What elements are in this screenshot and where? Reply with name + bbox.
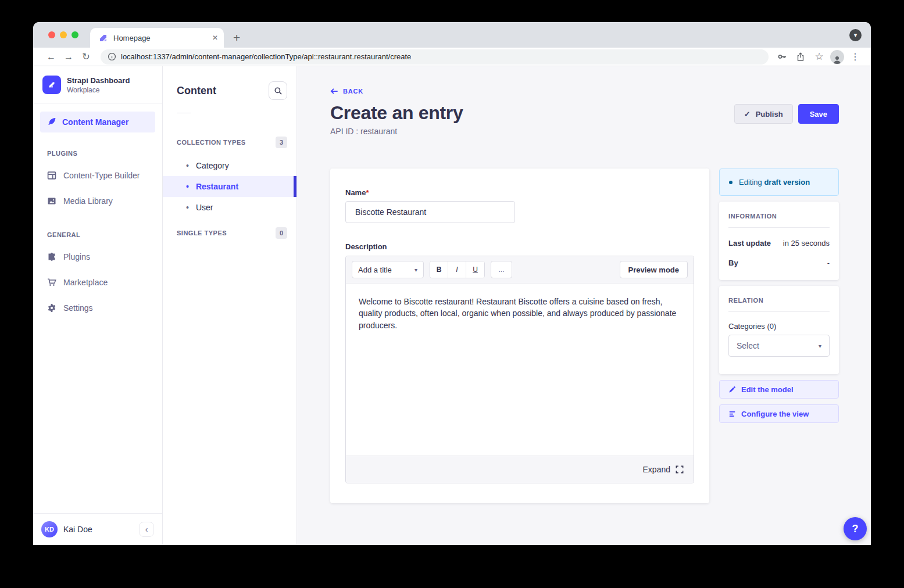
sidebar-item-label: Content Manager [62, 117, 128, 127]
single-types-header[interactable]: SINGLE TYPES 0 [163, 227, 296, 239]
expand-icon[interactable] [676, 465, 684, 474]
layout-builder-icon [47, 171, 56, 180]
status-dot-icon [729, 181, 733, 184]
name-input[interactable] [345, 201, 515, 223]
api-id-subtitle: API ID : restaurant [330, 127, 839, 136]
strapi-logo-icon [42, 76, 61, 94]
info-icon[interactable] [108, 52, 116, 61]
new-tab-button[interactable]: + [233, 31, 240, 45]
section-title: GENERAL [33, 231, 162, 238]
content-panel: Content COLLECTION TYPES 3 • Category • … [163, 66, 297, 545]
chevron-down-icon: ▾ [819, 343, 821, 349]
editor-footer: Expand [346, 456, 694, 483]
by-label: By [728, 259, 738, 267]
save-button[interactable]: Save [798, 104, 839, 124]
zoom-window-button[interactable] [72, 31, 78, 38]
rich-text-editor: Add a title ▾ B I U ... Preview mode W [345, 256, 694, 483]
draft-status-text: Editing draft version [739, 178, 810, 187]
bold-button[interactable]: B [430, 261, 448, 278]
browser-window: Homepage ✕ + ▾ ← → ↻ localhost:1337/admi… [33, 22, 871, 545]
collapse-sidebar-button[interactable]: ‹ [139, 522, 154, 537]
collection-type-label: User [196, 203, 213, 212]
minimize-window-button[interactable] [60, 31, 67, 38]
reload-icon[interactable]: ↻ [77, 51, 95, 62]
sidebar-item-content-manager[interactable]: Content Manager [40, 112, 155, 132]
browser-forward-icon[interactable]: → [60, 52, 77, 62]
more-formats-button[interactable]: ... [491, 261, 512, 278]
close-window-button[interactable] [48, 31, 55, 38]
divider [33, 103, 162, 103]
divider [728, 227, 830, 228]
editor-toolbar: Add a title ▾ B I U ... Preview mode [346, 256, 694, 284]
active-indicator [294, 176, 296, 197]
format-button-group: B I U [430, 261, 485, 278]
sidebar-section-general: GENERAL Plugins Marketplace [33, 231, 162, 321]
collection-types-count-badge: 3 [276, 137, 287, 148]
browser-back-icon[interactable]: ← [42, 52, 60, 62]
divider [177, 113, 191, 113]
puzzle-icon [47, 252, 56, 261]
password-key-icon[interactable] [774, 49, 789, 64]
collection-type-category[interactable]: • Category [163, 155, 296, 176]
close-tab-icon[interactable]: ✕ [212, 34, 218, 42]
title-style-select[interactable]: Add a title ▾ [352, 261, 424, 278]
italic-button[interactable]: I [448, 261, 466, 278]
required-asterisk: * [366, 188, 369, 197]
browser-profile-avatar[interactable] [830, 50, 844, 64]
share-icon[interactable] [793, 49, 808, 64]
publish-label: Publish [756, 110, 783, 119]
information-title: INFORMATION [728, 213, 830, 220]
url-field[interactable]: localhost:1337/admin/content-manager/col… [101, 49, 769, 64]
collection-type-restaurant[interactable]: • Restaurant [163, 176, 296, 197]
sidebar-item-content-type-builder[interactable]: Content-Type Builder [33, 163, 162, 188]
sidebar-item-label: Plugins [63, 252, 90, 261]
arrow-left-icon [330, 87, 338, 95]
collection-types-header[interactable]: COLLECTION TYPES 3 [163, 137, 296, 148]
save-label: Save [810, 110, 827, 119]
bullet-icon: • [186, 161, 189, 170]
name-label-text: Name [345, 188, 366, 197]
underline-button[interactable]: U [466, 261, 484, 278]
sidebar-item-media-library[interactable]: Media Library [33, 188, 162, 214]
last-update-label: Last update [728, 239, 771, 248]
draft-status-banner: Editing draft version [719, 168, 839, 196]
header-actions: ✓ Publish Save [734, 104, 839, 124]
content-panel-title: Content [177, 85, 216, 97]
workspace-name: Workplace [67, 86, 130, 94]
description-textarea[interactable]: Welcome to Biscotte restaurant! Restaura… [346, 284, 694, 456]
bookmark-star-icon[interactable]: ☆ [812, 49, 827, 64]
main-sidebar: Strapi Dashboard Workplace Content Manag… [33, 66, 163, 545]
last-update-value: in 25 seconds [783, 239, 830, 248]
search-button[interactable] [269, 81, 287, 100]
sidebar-item-settings[interactable]: Settings [33, 295, 162, 321]
back-link[interactable]: BACK [330, 87, 839, 95]
collection-type-user[interactable]: • User [163, 197, 296, 218]
favicon-strapi-icon [98, 33, 108, 42]
collection-type-label: Category [196, 161, 229, 170]
workspace-header[interactable]: Strapi Dashboard Workplace [33, 66, 162, 103]
browser-actions: ☆ ⋮ [774, 49, 863, 64]
strapi-app: Strapi Dashboard Workplace Content Manag… [33, 66, 871, 545]
help-button[interactable]: ? [844, 517, 867, 540]
collection-type-label: Restaurant [196, 182, 238, 191]
browser-tab[interactable]: Homepage ✕ [90, 28, 224, 48]
browser-menu-icon[interactable]: ⋮ [848, 49, 863, 64]
preview-mode-button[interactable]: Preview mode [620, 261, 688, 278]
publish-button[interactable]: ✓ Publish [734, 104, 793, 124]
configure-view-label: Configure the view [741, 410, 809, 418]
name-field-label: Name* [345, 188, 694, 197]
entry-form-card: Name* Description Add a title ▾ B [330, 168, 709, 503]
browser-update-icon[interactable]: ▾ [849, 29, 862, 41]
expand-label[interactable]: Expand [643, 465, 670, 474]
pencil-icon [728, 386, 736, 393]
sidebar-item-plugins[interactable]: Plugins [33, 244, 162, 270]
user-footer: KD Kai Doe ‹ [33, 513, 162, 545]
collection-types-list: • Category • Restaurant • User [163, 155, 296, 218]
configure-view-button[interactable]: Configure the view [719, 404, 839, 423]
categories-select[interactable]: Select ▾ [728, 335, 830, 357]
url-text: localhost:1337/admin/content-manager/col… [121, 52, 411, 61]
relation-title: RELATION [728, 297, 830, 304]
edit-model-button[interactable]: Edit the model [719, 380, 839, 399]
sidebar-item-marketplace[interactable]: Marketplace [33, 270, 162, 295]
categories-label: Categories (0) [728, 322, 830, 331]
